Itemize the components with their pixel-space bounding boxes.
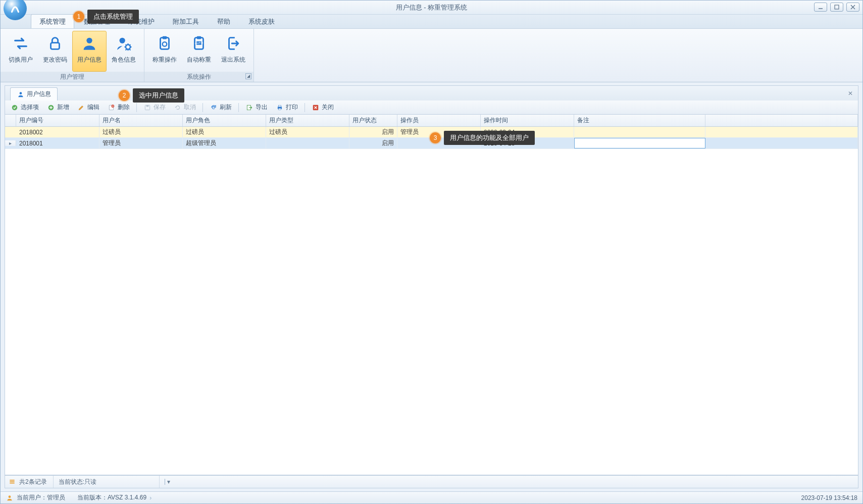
save-button: 保存: [140, 102, 169, 113]
edit-button[interactable]: 编辑: [74, 102, 103, 113]
ribbon-tab-extra-tools[interactable]: 附加工具: [164, 14, 208, 28]
status-bar: 当前用户：管理员 当前版本：AVSZ 3.1.4.69 › 2023-07-19…: [1, 491, 862, 503]
col-header-user-status[interactable]: 用户状态: [349, 115, 397, 126]
close-all-tabs-button[interactable]: ✕: [846, 89, 855, 98]
ribbon-label: 切换用户: [9, 56, 33, 64]
cell-user-status[interactable]: 启用: [349, 127, 397, 137]
svg-rect-8: [161, 38, 169, 49]
toolbar-separator: [238, 103, 239, 112]
ribbon-group-label: 系统操作◢: [144, 72, 253, 82]
ribbon-tab-help[interactable]: 帮助: [209, 14, 239, 28]
user-status-icon: [6, 494, 14, 502]
annotation-text: 点击系统管理: [87, 10, 139, 24]
svg-rect-21: [146, 105, 149, 107]
cell-user-name[interactable]: 管理员: [99, 138, 183, 148]
current-user-label: 当前用户：管理员: [17, 493, 65, 502]
toolbar-separator: [202, 103, 203, 112]
cell-user-id[interactable]: 2018001: [16, 138, 99, 148]
clipboard-icon: [156, 34, 174, 53]
user-gear-icon: [115, 34, 133, 53]
close-square-icon: [312, 104, 320, 112]
ribbon-label: 自动称重: [187, 56, 211, 64]
grid-toolbar: 选择项 新增 编辑 删除 保存 取消 刷新 导出 打印 关闭: [5, 100, 858, 115]
ribbon-group-label: 用户管理: [1, 72, 144, 82]
ribbon-label: 退出系统: [221, 56, 245, 64]
document-tab-user-info[interactable]: 用户信息: [10, 87, 58, 100]
select-button[interactable]: 选择项: [7, 102, 42, 113]
ribbon-body: 切换用户 更改密码 用户信息 角色信息 用户管理: [1, 29, 862, 82]
annotation-text: 用户信息的功能及全部用户: [444, 131, 535, 145]
svg-point-30: [9, 495, 11, 498]
window-title: 用户信息 - 称重管理系统: [396, 3, 468, 12]
undo-icon: [174, 104, 182, 112]
add-button[interactable]: 新增: [43, 102, 73, 113]
close-tab-button[interactable]: 关闭: [308, 102, 337, 113]
check-circle-icon: [11, 104, 19, 112]
delete-button[interactable]: 删除: [104, 102, 133, 113]
maximize-button[interactable]: [830, 3, 843, 12]
svg-point-10: [163, 42, 167, 46]
col-header-note[interactable]: 备注: [574, 115, 705, 126]
annotation-2: 2 选中用户信息: [119, 88, 184, 103]
auto-weigh-button[interactable]: AUTO 自动称重: [182, 31, 216, 72]
cell-rest: [705, 127, 858, 137]
exit-system-button[interactable]: 退出系统: [216, 31, 250, 72]
close-button[interactable]: [846, 3, 859, 12]
group-launcher-button[interactable]: ◢: [245, 73, 251, 79]
swap-icon: [12, 34, 30, 53]
col-header-user-name[interactable]: 用户名: [99, 115, 183, 126]
document-tab-label: 用户信息: [27, 90, 51, 98]
print-button[interactable]: 打印: [272, 102, 301, 113]
ribbon-label: 称重操作: [153, 56, 177, 64]
col-header-user-role[interactable]: 用户角色: [183, 115, 266, 126]
svg-rect-27: [10, 480, 14, 481]
col-header-operator[interactable]: 操作员: [397, 115, 481, 126]
cell-user-role[interactable]: 过磅员: [183, 127, 266, 137]
minimize-button[interactable]: [814, 3, 827, 12]
col-header-user-id[interactable]: 用户编号: [16, 115, 99, 126]
ribbon-group-user-manage: 切换用户 更改密码 用户信息 角色信息 用户管理: [1, 29, 144, 82]
col-header-rest: [705, 115, 858, 126]
switch-user-button[interactable]: 切换用户: [4, 31, 38, 72]
ribbon-tab-skin[interactable]: 系统皮肤: [240, 14, 283, 28]
toolbar-separator: [304, 103, 305, 112]
save-icon: [143, 104, 151, 112]
weigh-op-button[interactable]: 称重操作: [147, 31, 182, 72]
ribbon-label: 更改密码: [43, 56, 67, 64]
cell-note[interactable]: [574, 138, 705, 148]
export-button[interactable]: 导出: [242, 102, 271, 113]
delete-icon: [108, 104, 116, 112]
cancel-button: 取消: [170, 102, 199, 113]
export-icon: [245, 104, 253, 112]
svg-point-6: [120, 38, 125, 43]
grid-body[interactable]: 2018002 过磅员 过磅员 过磅员 启用 管理员 2020-03-04 ▸ …: [5, 127, 858, 475]
grid-footer-dropdown[interactable]: ▾: [165, 479, 171, 485]
annotation-1: 1 点击系统管理: [73, 10, 139, 24]
toolbar-separator: [136, 103, 137, 112]
cell-user-type[interactable]: [266, 138, 349, 148]
cell-note[interactable]: [574, 127, 705, 137]
annotation-badge: 3: [430, 132, 441, 143]
row-gutter-header: [5, 115, 16, 126]
col-header-user-type[interactable]: 用户类型: [266, 115, 349, 126]
role-info-button[interactable]: 角色信息: [107, 31, 141, 72]
datetime-label: 2023-07-19 13:54:18: [801, 494, 857, 501]
svg-rect-29: [10, 483, 14, 484]
ribbon-group-system-op: 称重操作 AUTO 自动称重 退出系统 系统操作◢: [144, 29, 254, 82]
cell-user-status[interactable]: 启用: [349, 138, 397, 148]
cell-user-role[interactable]: 超级管理员: [183, 138, 266, 148]
ribbon-label: 用户信息: [77, 56, 101, 64]
svg-rect-28: [10, 481, 14, 482]
cell-user-name[interactable]: 过磅员: [99, 127, 183, 137]
change-password-button[interactable]: 更改密码: [38, 31, 72, 72]
annotation-3: 3 用户信息的功能及全部用户: [430, 131, 535, 145]
user-info-button[interactable]: 用户信息: [72, 31, 107, 72]
svg-rect-4: [51, 43, 60, 49]
ribbon-label: 角色信息: [112, 56, 136, 64]
cell-user-id[interactable]: 2018002: [16, 127, 99, 137]
cell-user-type[interactable]: 过磅员: [266, 127, 349, 137]
logout-icon: [224, 34, 242, 53]
ribbon-tab-system-manage[interactable]: 系统管理: [31, 14, 74, 28]
col-header-op-time[interactable]: 操作时间: [481, 115, 574, 126]
refresh-button[interactable]: 刷新: [206, 102, 235, 113]
